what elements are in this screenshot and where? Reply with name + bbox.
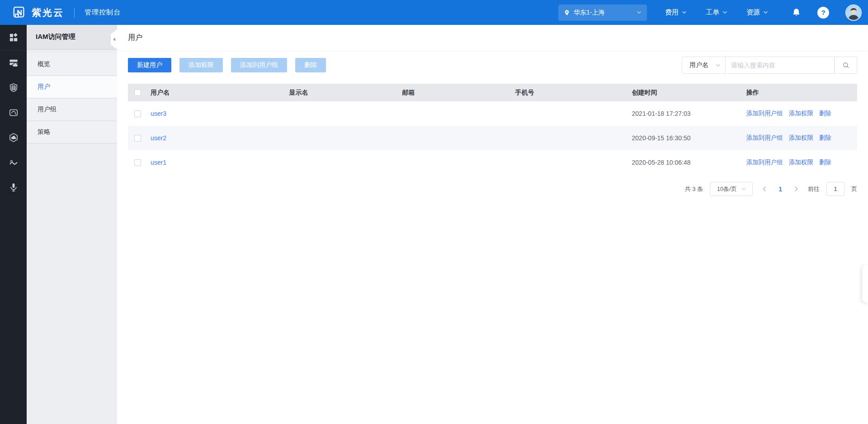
row-action-delete[interactable]: 删除 (819, 110, 831, 118)
hexagon-cloud-icon[interactable] (0, 125, 27, 150)
row-checkbox[interactable] (134, 135, 141, 142)
sidebar-item-overview[interactable]: 概览 (27, 53, 117, 76)
cell-created: 2021-01-18 17:27:03 (632, 110, 746, 117)
chevron-down-icon (741, 187, 746, 191)
topbar-menu-work-order[interactable]: 工单 (706, 8, 727, 17)
sidebar-menu: 概览 用户 用户组 策略 (27, 53, 117, 144)
search-filter-label: 用户名 (689, 61, 708, 69)
shield-server-icon[interactable] (0, 75, 27, 100)
users-table: 用户名 显示名 邮箱 手机号 创建时间 操作 user3 2021-01-18 … (128, 84, 857, 175)
prev-page-button[interactable] (760, 186, 769, 192)
table-body: user3 2021-01-18 17:27:03 添加到用户组添加权限删除 u… (128, 101, 857, 175)
bell-icon (792, 8, 801, 17)
add-to-group-button[interactable]: 添加到用户组 (231, 58, 287, 72)
chevron-down-icon (763, 11, 768, 14)
column-header-email: 邮箱 (402, 89, 515, 97)
chevron-left-icon (113, 38, 115, 41)
row-actions: 添加到用户组添加权限删除 (746, 158, 857, 167)
topbar-menu-label: 工单 (706, 8, 719, 17)
username-link[interactable]: user3 (151, 110, 166, 117)
delete-button[interactable]: 删除 (295, 58, 326, 72)
location-pin-icon (564, 10, 570, 16)
goto-label: 前往 (808, 185, 820, 193)
sidebar-item-policies[interactable]: 策略 (27, 121, 117, 144)
logo-text: 紫光云 (32, 6, 64, 19)
sidebar: IAM访问管理 概览 用户 用户组 策略 (27, 25, 117, 424)
sidebar-item-label: 概览 (38, 60, 50, 68)
row-action-add-permission[interactable]: 添加权限 (789, 158, 813, 167)
main-content: 用户 新建用户 添加权限 添加到用户组 删除 用户名 (117, 25, 868, 424)
unis-cloud-logo-icon (13, 6, 26, 19)
row-action-add-to-group[interactable]: 添加到用户组 (746, 158, 783, 167)
username-link[interactable]: user1 (151, 159, 166, 166)
microphone-icon[interactable] (0, 175, 27, 200)
pagination: 共 3 条 10条/页 1 前往 页 (128, 182, 857, 196)
edge-floating-widget[interactable] (862, 265, 868, 303)
sidebar-item-users[interactable]: 用户 (27, 76, 117, 99)
search-icon (842, 61, 850, 69)
total-count: 共 3 条 (685, 185, 703, 193)
row-action-add-to-group[interactable]: 添加到用户组 (746, 134, 783, 142)
current-page[interactable]: 1 (776, 186, 785, 193)
sidebar-item-label: 策略 (38, 128, 50, 136)
page-size-select[interactable]: 10条/页 (710, 182, 753, 196)
row-action-delete[interactable]: 删除 (819, 134, 831, 142)
avatar[interactable] (845, 5, 862, 21)
topbar: 紫光云 管理控制台 华东1-上海 费用 工单 资源 (0, 0, 868, 25)
row-action-add-permission[interactable]: 添加权限 (789, 110, 813, 118)
search-button[interactable] (835, 57, 857, 74)
region-label: 华东1-上海 (574, 9, 637, 17)
console-title: 管理控制台 (85, 8, 121, 17)
icon-rail (0, 25, 27, 424)
storage-icon[interactable] (0, 100, 27, 125)
create-user-button[interactable]: 新建用户 (128, 58, 171, 72)
server-cloud-icon[interactable] (0, 50, 27, 75)
row-action-delete[interactable]: 删除 (819, 158, 831, 167)
apps-grid-icon[interactable] (0, 25, 27, 50)
add-permission-button[interactable]: 添加权限 (179, 58, 223, 72)
topbar-menu-label: 费用 (665, 8, 679, 17)
column-header-display-name: 显示名 (289, 89, 402, 97)
table-row: user1 2020-05-28 10:06:48 添加到用户组添加权限删除 (128, 150, 857, 175)
topbar-menus: 费用 工单 资源 (665, 8, 768, 17)
cell-created: 2020-05-28 10:06:48 (632, 159, 746, 166)
row-actions: 添加到用户组添加权限删除 (746, 134, 857, 142)
chevron-down-icon (716, 64, 721, 67)
notifications-button[interactable] (792, 8, 801, 17)
row-checkbox[interactable] (134, 159, 141, 166)
brand: 紫光云 管理控制台 (13, 6, 121, 19)
topbar-menu-billing[interactable]: 费用 (665, 8, 687, 17)
select-all-checkbox[interactable] (134, 89, 141, 96)
chevron-down-icon (722, 11, 727, 14)
toolbar: 新建用户 添加权限 添加到用户组 删除 用户名 (128, 57, 857, 74)
chevron-down-icon (637, 11, 642, 14)
search-input[interactable] (726, 57, 835, 74)
chevron-down-icon (682, 11, 687, 14)
search-filter-select[interactable]: 用户名 (682, 57, 726, 74)
username-link[interactable]: user2 (151, 134, 166, 142)
page-title: 用户 (128, 33, 142, 43)
row-action-add-permission[interactable]: 添加权限 (789, 134, 813, 142)
brand-divider (74, 8, 75, 18)
topbar-menu-resources[interactable]: 资源 (746, 8, 768, 17)
table-row: user3 2021-01-18 17:27:03 添加到用户组添加权限删除 (128, 101, 857, 126)
next-page-button[interactable] (792, 186, 801, 192)
page-size-label: 10条/页 (717, 185, 737, 193)
topbar-menu-label: 资源 (746, 8, 760, 17)
table-header-row: 用户名 显示名 邮箱 手机号 创建时间 操作 (128, 84, 857, 101)
goto-page-input[interactable] (826, 182, 844, 196)
row-actions: 添加到用户组添加权限删除 (746, 110, 857, 118)
sidebar-item-label: 用户 (38, 83, 50, 91)
goto-unit: 页 (851, 185, 857, 193)
sidebar-item-label: 用户组 (38, 105, 57, 114)
row-checkbox[interactable] (134, 110, 141, 117)
region-selector[interactable]: 华东1-上海 (558, 5, 647, 21)
title-bar: 用户 (117, 25, 868, 51)
row-action-add-to-group[interactable]: 添加到用户组 (746, 110, 783, 118)
sidebar-item-user-groups[interactable]: 用户组 (27, 99, 117, 121)
column-header-username: 用户名 (151, 89, 289, 97)
help-button[interactable] (817, 7, 829, 19)
table-row: user2 2020-09-15 16:30:50 添加到用户组添加权限删除 (128, 126, 857, 150)
column-header-actions: 操作 (746, 89, 857, 97)
wave-icon[interactable] (0, 150, 27, 175)
